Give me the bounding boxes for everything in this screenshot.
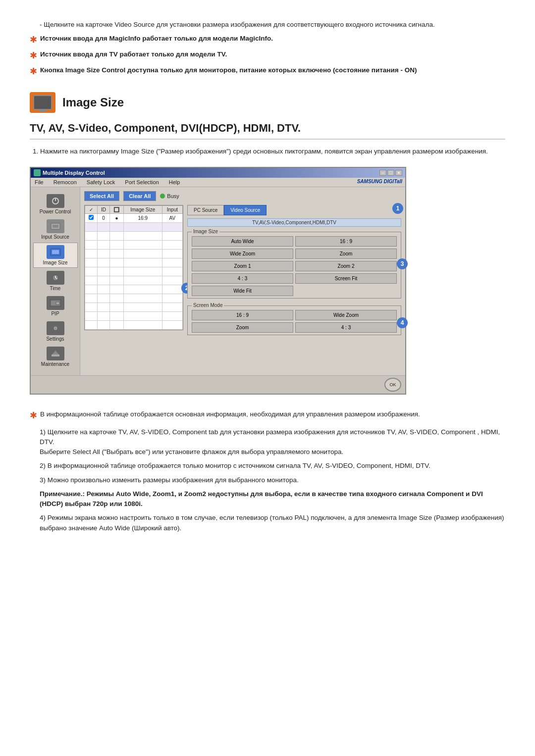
source-label: TV,AV,S-Video,Component,HDMI,DTV xyxy=(187,218,401,227)
bottom-note-2: 2) В информационной таблице отображается… xyxy=(30,461,505,471)
minimize-button[interactable]: ─ xyxy=(379,170,386,176)
menu-help[interactable]: Help xyxy=(168,179,181,186)
note-1-text: Щелкните на карточке TV, AV, S-VIDEO, Co… xyxy=(40,428,500,456)
btn-zoom-1[interactable]: Zoom 1 xyxy=(192,261,293,271)
note-2-num: 2) xyxy=(40,462,48,469)
page-subtitle: TV, AV, S-Video, Component, DVI(HDCP), H… xyxy=(30,122,505,140)
table-row xyxy=(85,276,183,285)
bullet-item-3: ✱ Кнопка Image Size Control доступна тол… xyxy=(30,65,505,78)
btn-sm-4-3[interactable]: 4 : 3 xyxy=(295,322,397,333)
nav-settings[interactable]: Settings xyxy=(33,319,78,344)
btn-screen-fit[interactable]: Screen Fit xyxy=(295,273,397,284)
svg-rect-13 xyxy=(52,354,59,356)
ok-button[interactable]: OK xyxy=(384,378,401,392)
table-row xyxy=(85,222,183,231)
nav-settings-label: Settings xyxy=(46,336,64,342)
mdc-window-title: Multiple Display Control xyxy=(43,170,105,176)
btn-wide-fit[interactable]: Wide Fit xyxy=(192,286,293,296)
section-title: Image Size xyxy=(62,96,124,109)
mdc-title-icon xyxy=(34,169,41,176)
table-row xyxy=(85,311,183,320)
time-icon xyxy=(47,271,64,285)
table-row xyxy=(85,240,183,249)
bottom-note-1: 1) Щелкните на карточке TV, AV, S-VIDEO,… xyxy=(30,427,505,457)
clear-all-button[interactable]: Clear All xyxy=(123,191,156,201)
note-3-bold-text: Примечание.: Режимы Auto Wide, Zoom1, и … xyxy=(40,490,483,507)
menu-remocon[interactable]: Remocon xyxy=(53,179,78,186)
star-icon-2: ✱ xyxy=(30,49,37,62)
mdc-window: Multiple Display Control ─ □ × File Remo… xyxy=(30,167,406,395)
btn-sm-wide-zoom[interactable]: Wide Zoom xyxy=(295,310,397,320)
btn-4-3[interactable]: 4 : 3 xyxy=(192,273,293,284)
close-button[interactable]: × xyxy=(395,170,402,176)
btn-sm-16-9[interactable]: 16 : 9 xyxy=(192,310,293,320)
busy-label: Busy xyxy=(167,193,179,199)
nav-time[interactable]: Time xyxy=(33,269,78,293)
mdc-bottom-bar: OK xyxy=(31,375,405,394)
step-1-num: 1. xyxy=(33,148,38,155)
tab-pc-source[interactable]: PC Source xyxy=(187,205,224,215)
nav-input-source[interactable]: Input Source xyxy=(33,217,78,242)
maintenance-icon xyxy=(47,347,64,360)
bullet-text-3: Кнопка Image Size Control доступна тольк… xyxy=(40,65,417,75)
select-all-button[interactable]: Select All xyxy=(84,191,119,201)
screen-mode-group-label: Screen Mode xyxy=(192,302,224,308)
btn-16-9[interactable]: 16 : 9 xyxy=(295,236,397,247)
bottom-notes: ✱ В информационной таблице отображается … xyxy=(30,409,505,533)
empty-slot xyxy=(295,286,397,296)
svg-point-12 xyxy=(54,327,56,329)
tab-video-source[interactable]: Video Source xyxy=(224,205,267,215)
screen-mode-buttons: 16 : 9 Wide Zoom Zoom 4 : 3 xyxy=(192,310,397,333)
note-4-text: Режимы экрана можно настроить только в т… xyxy=(40,514,504,531)
bottom-star-note-text: В информационной таблице отображается ос… xyxy=(40,409,420,419)
note-2-text: В информационной таблице отображается то… xyxy=(48,462,430,469)
intro-dash-text: - Щелкните на карточке Video Source для … xyxy=(30,20,505,30)
cell-image-size: 16:9 xyxy=(123,213,162,222)
nav-time-label: Time xyxy=(50,286,61,291)
col-id: ID xyxy=(98,205,110,213)
nav-maintenance[interactable]: Maintenance xyxy=(33,345,78,369)
circle-number-3: 3 xyxy=(397,258,408,269)
btn-wide-zoom[interactable]: Wide Zoom xyxy=(192,249,293,259)
step-1: 1. Нажмите на пиктограмму Image Size ("Р… xyxy=(30,147,505,156)
mdc-table-area: ✓ ID 🔲 Image Size Input 0 xyxy=(84,205,401,371)
note-4-num: 4) xyxy=(40,514,48,521)
table-row xyxy=(85,258,183,267)
col-check: ✓ xyxy=(85,205,98,213)
mdc-titlebar-buttons[interactable]: ─ □ × xyxy=(379,170,402,176)
mdc-menubar: File Remocon Safety Lock Port Selection … xyxy=(31,178,405,187)
bottom-note-4: 4) Режимы экрана можно настроить только … xyxy=(30,513,505,533)
circle-number-4: 4 xyxy=(397,317,408,328)
section-header: Image Size xyxy=(30,92,505,113)
svg-rect-3 xyxy=(53,225,58,228)
step-1-text: Нажмите на пиктограмму Image Size ("Разм… xyxy=(40,148,488,155)
cell-check[interactable] xyxy=(85,213,98,222)
menu-safety-lock[interactable]: Safety Lock xyxy=(86,179,116,186)
table-row xyxy=(85,249,183,258)
bottom-note-3: 3) Можно произвольно изменить размеры из… xyxy=(30,475,505,485)
nav-image-size-label: Image Size xyxy=(43,260,67,265)
maximize-button[interactable]: □ xyxy=(387,170,394,176)
bullet-item-1: ✱ Источник ввода для MagicInfo работает … xyxy=(30,34,505,47)
nav-power-control[interactable]: Power Control xyxy=(33,192,78,216)
menu-file[interactable]: File xyxy=(34,179,45,186)
input-source-icon xyxy=(47,219,64,233)
nav-pip-label: PIP xyxy=(51,311,59,316)
table-row xyxy=(85,320,183,329)
nav-image-size[interactable]: Image Size xyxy=(33,243,78,268)
col-image-size: Image Size xyxy=(123,205,162,213)
btn-sm-zoom[interactable]: Zoom xyxy=(192,322,293,333)
image-size-group: Image Size Auto Wide 16 : 9 Wide Zoom Zo… xyxy=(187,232,401,299)
table-row xyxy=(85,231,183,240)
screen-mode-group: Screen Mode 16 : 9 Wide Zoom Zoom 4 : 3 … xyxy=(187,305,401,335)
btn-zoom-2[interactable]: Zoom 2 xyxy=(295,261,397,271)
star-icon-3: ✱ xyxy=(30,65,37,78)
bullet-text-1: Источник ввода для MagicInfo работает то… xyxy=(40,34,273,44)
table-row xyxy=(85,294,183,302)
btn-zoom[interactable]: Zoom xyxy=(295,249,397,259)
btn-auto-wide[interactable]: Auto Wide xyxy=(192,236,293,247)
cell-id: 0 xyxy=(98,213,110,222)
menu-port-selection[interactable]: Port Selection xyxy=(124,179,160,186)
nav-pip[interactable]: PIP xyxy=(33,294,78,318)
table-row xyxy=(85,267,183,276)
